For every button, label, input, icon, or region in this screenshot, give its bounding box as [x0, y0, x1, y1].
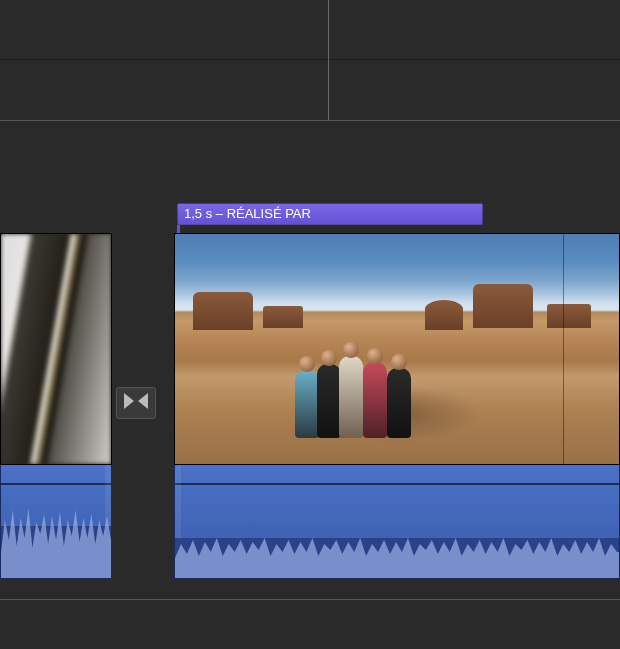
title-overlay-clip[interactable]: 1,5 s – RÉALISÉ PAR [177, 203, 483, 225]
clip-audio-track[interactable] [0, 465, 112, 579]
transition[interactable] [116, 387, 156, 419]
toolbar-region [0, 0, 620, 60]
volume-line[interactable] [1, 483, 111, 485]
audio-waveform [175, 500, 619, 578]
volume-line[interactable] [175, 483, 619, 485]
clip-thumbnail [0, 233, 112, 465]
timeline-clip[interactable] [0, 233, 112, 583]
title-overlay-label: 1,5 s – RÉALISÉ PAR [184, 206, 311, 221]
timeline-clip[interactable] [174, 233, 620, 583]
crossfade-transition-icon [122, 389, 150, 417]
timeline[interactable]: 1,5 s – RÉALISÉ PAR [0, 120, 620, 600]
clip-audio-track[interactable] [174, 465, 620, 579]
audio-waveform [1, 500, 111, 578]
clip-thumbnail [174, 233, 620, 465]
